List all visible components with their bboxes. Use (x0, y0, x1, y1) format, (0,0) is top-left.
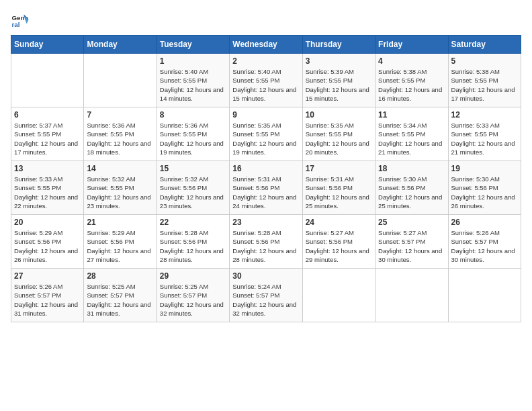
day-info: Sunrise: 5:28 AMSunset: 5:56 PMDaylight:… (160, 228, 226, 264)
calendar-cell (448, 269, 521, 322)
day-info: Sunrise: 5:25 AMSunset: 5:57 PMDaylight:… (160, 282, 226, 318)
day-number: 26 (451, 218, 518, 227)
day-number: 6 (14, 110, 81, 120)
calendar-cell: 24Sunrise: 5:27 AMSunset: 5:56 PMDayligh… (302, 215, 375, 269)
day-number: 5 (451, 56, 518, 66)
day-number: 17 (306, 164, 372, 173)
weekday-header: Saturday (448, 36, 521, 54)
day-info: Sunrise: 5:29 AMSunset: 5:56 PMDaylight:… (14, 228, 81, 264)
day-number: 12 (451, 110, 518, 120)
calendar-cell: 25Sunrise: 5:27 AMSunset: 5:57 PMDayligh… (375, 215, 448, 269)
day-info: Sunrise: 5:38 AMSunset: 5:55 PMDaylight:… (378, 67, 445, 103)
calendar-cell: 30Sunrise: 5:24 AMSunset: 5:57 PMDayligh… (230, 269, 302, 322)
calendar-week-row: 27Sunrise: 5:26 AMSunset: 5:57 PMDayligh… (11, 269, 521, 322)
day-info: Sunrise: 5:27 AMSunset: 5:57 PMDaylight:… (378, 228, 445, 264)
calendar-cell: 8Sunrise: 5:36 AMSunset: 5:55 PMDaylight… (157, 107, 229, 161)
day-info: Sunrise: 5:38 AMSunset: 5:55 PMDaylight:… (451, 67, 518, 103)
calendar-cell (84, 54, 157, 107)
calendar-cell: 15Sunrise: 5:32 AMSunset: 5:56 PMDayligh… (157, 161, 229, 215)
day-number: 27 (14, 271, 81, 281)
calendar-cell: 23Sunrise: 5:28 AMSunset: 5:56 PMDayligh… (230, 215, 302, 269)
weekday-header: Tuesday (157, 36, 229, 54)
calendar-week-row: 20Sunrise: 5:29 AMSunset: 5:56 PMDayligh… (11, 215, 521, 269)
calendar-week-row: 13Sunrise: 5:33 AMSunset: 5:55 PMDayligh… (11, 161, 521, 215)
calendar-cell: 17Sunrise: 5:31 AMSunset: 5:56 PMDayligh… (302, 161, 375, 215)
day-number: 8 (160, 110, 226, 120)
weekday-header: Sunday (11, 36, 84, 54)
day-info: Sunrise: 5:40 AMSunset: 5:55 PMDaylight:… (160, 67, 226, 103)
day-number: 11 (378, 110, 445, 120)
calendar-cell: 14Sunrise: 5:32 AMSunset: 5:55 PMDayligh… (84, 161, 157, 215)
day-number: 3 (306, 56, 372, 66)
day-info: Sunrise: 5:31 AMSunset: 5:56 PMDaylight:… (232, 175, 299, 210)
calendar-cell: 28Sunrise: 5:25 AMSunset: 5:57 PMDayligh… (84, 269, 157, 322)
calendar-week-row: 6Sunrise: 5:37 AMSunset: 5:55 PMDaylight… (11, 107, 521, 161)
logo-icon: Gene ral (11, 11, 30, 30)
calendar-cell: 5Sunrise: 5:38 AMSunset: 5:55 PMDaylight… (448, 54, 521, 107)
calendar-cell: 26Sunrise: 5:26 AMSunset: 5:57 PMDayligh… (448, 215, 521, 269)
calendar-cell: 9Sunrise: 5:35 AMSunset: 5:55 PMDaylight… (230, 107, 302, 161)
day-number: 20 (14, 218, 81, 227)
calendar-cell: 1Sunrise: 5:40 AMSunset: 5:55 PMDaylight… (157, 54, 229, 107)
weekday-header: Friday (375, 36, 448, 54)
day-number: 7 (87, 110, 153, 120)
calendar-cell: 19Sunrise: 5:30 AMSunset: 5:56 PMDayligh… (448, 161, 521, 215)
header: Gene ral (11, 11, 521, 30)
day-info: Sunrise: 5:34 AMSunset: 5:55 PMDaylight:… (378, 121, 445, 156)
day-info: Sunrise: 5:31 AMSunset: 5:56 PMDaylight:… (306, 175, 372, 210)
weekday-header: Wednesday (230, 36, 302, 54)
weekday-header-row: SundayMondayTuesdayWednesdayThursdayFrid… (11, 36, 521, 54)
day-number: 29 (160, 271, 226, 281)
day-number: 1 (160, 56, 226, 66)
calendar-cell: 11Sunrise: 5:34 AMSunset: 5:55 PMDayligh… (375, 107, 448, 161)
day-number: 30 (232, 271, 299, 281)
day-info: Sunrise: 5:25 AMSunset: 5:57 PMDaylight:… (87, 282, 153, 318)
day-number: 28 (87, 271, 153, 281)
calendar-cell: 6Sunrise: 5:37 AMSunset: 5:55 PMDaylight… (11, 107, 84, 161)
calendar-cell: 27Sunrise: 5:26 AMSunset: 5:57 PMDayligh… (11, 269, 84, 322)
day-info: Sunrise: 5:27 AMSunset: 5:56 PMDaylight:… (306, 228, 372, 264)
day-number: 2 (232, 56, 299, 66)
day-info: Sunrise: 5:33 AMSunset: 5:55 PMDaylight:… (14, 175, 81, 210)
day-info: Sunrise: 5:35 AMSunset: 5:55 PMDaylight:… (232, 121, 299, 156)
calendar-body: 1Sunrise: 5:40 AMSunset: 5:55 PMDaylight… (11, 54, 521, 322)
calendar-table: SundayMondayTuesdayWednesdayThursdayFrid… (11, 35, 521, 322)
calendar-cell: 20Sunrise: 5:29 AMSunset: 5:56 PMDayligh… (11, 215, 84, 269)
day-number: 21 (87, 218, 153, 227)
day-number: 13 (14, 164, 81, 173)
day-number: 9 (232, 110, 299, 120)
calendar-cell (375, 269, 448, 322)
calendar-cell: 4Sunrise: 5:38 AMSunset: 5:55 PMDaylight… (375, 54, 448, 107)
calendar-cell (302, 269, 375, 322)
calendar-cell: 16Sunrise: 5:31 AMSunset: 5:56 PMDayligh… (230, 161, 302, 215)
calendar-cell: 3Sunrise: 5:39 AMSunset: 5:55 PMDaylight… (302, 54, 375, 107)
calendar-cell (11, 54, 84, 107)
day-info: Sunrise: 5:36 AMSunset: 5:55 PMDaylight:… (87, 121, 153, 156)
calendar-cell: 2Sunrise: 5:40 AMSunset: 5:55 PMDaylight… (230, 54, 302, 107)
calendar-cell: 13Sunrise: 5:33 AMSunset: 5:55 PMDayligh… (11, 161, 84, 215)
calendar-cell: 12Sunrise: 5:33 AMSunset: 5:55 PMDayligh… (448, 107, 521, 161)
day-number: 18 (378, 164, 445, 173)
logo: Gene ral (11, 11, 32, 30)
day-info: Sunrise: 5:39 AMSunset: 5:55 PMDaylight:… (306, 67, 372, 103)
day-number: 15 (160, 164, 226, 173)
svg-text:ral: ral (11, 21, 19, 28)
day-number: 16 (232, 164, 299, 173)
calendar-cell: 10Sunrise: 5:35 AMSunset: 5:55 PMDayligh… (302, 107, 375, 161)
day-info: Sunrise: 5:32 AMSunset: 5:56 PMDaylight:… (160, 175, 226, 210)
day-info: Sunrise: 5:33 AMSunset: 5:55 PMDaylight:… (451, 121, 518, 156)
calendar-week-row: 1Sunrise: 5:40 AMSunset: 5:55 PMDaylight… (11, 54, 521, 107)
day-number: 23 (232, 218, 299, 227)
day-number: 24 (306, 218, 372, 227)
day-number: 22 (160, 218, 226, 227)
day-info: Sunrise: 5:26 AMSunset: 5:57 PMDaylight:… (451, 228, 518, 264)
calendar-cell: 29Sunrise: 5:25 AMSunset: 5:57 PMDayligh… (157, 269, 229, 322)
day-info: Sunrise: 5:28 AMSunset: 5:56 PMDaylight:… (232, 228, 299, 264)
calendar-cell: 22Sunrise: 5:28 AMSunset: 5:56 PMDayligh… (157, 215, 229, 269)
day-info: Sunrise: 5:26 AMSunset: 5:57 PMDaylight:… (14, 282, 81, 318)
day-info: Sunrise: 5:32 AMSunset: 5:55 PMDaylight:… (87, 175, 153, 210)
day-number: 10 (306, 110, 372, 120)
day-info: Sunrise: 5:30 AMSunset: 5:56 PMDaylight:… (378, 175, 445, 210)
day-info: Sunrise: 5:30 AMSunset: 5:56 PMDaylight:… (451, 175, 518, 210)
calendar-cell: 21Sunrise: 5:29 AMSunset: 5:56 PMDayligh… (84, 215, 157, 269)
